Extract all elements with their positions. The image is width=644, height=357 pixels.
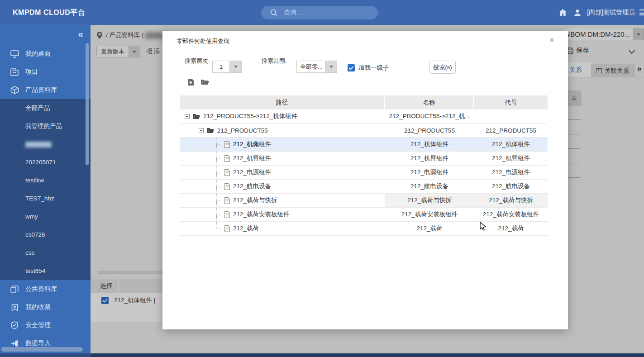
sidebar-sub-item[interactable]: cs0726 (0, 226, 91, 244)
code-cell: 212_电源组件 (474, 166, 548, 179)
mouse-cursor (480, 222, 487, 231)
home-icon[interactable] (558, 9, 567, 16)
user-icon[interactable] (573, 9, 582, 17)
path-text: 212_载荷安装板组件 (233, 210, 290, 219)
sidebar-vertical-scrollbar[interactable] (86, 43, 89, 165)
name-cell: 212_载荷 (385, 222, 474, 235)
path-text: 212_电源组件 (233, 168, 271, 176)
app-logo: KMPDM CLOUD平台 (13, 0, 85, 25)
sidebar-sub-item[interactable]: test654 (0, 262, 91, 280)
sidebar-horizontal-scrollbar[interactable] (1, 347, 83, 352)
sidebar-item-projects[interactable]: 项目 (0, 63, 91, 81)
table-row[interactable]: 212_载荷安装板组件 212_载荷安装板组件 212_载荷安装板组件 (180, 208, 548, 222)
folder-icon (207, 128, 214, 133)
name-cell: 212_机臂组件 (385, 152, 474, 165)
document-icon (224, 141, 230, 148)
select-arrow-icon[interactable] (230, 61, 242, 73)
path-text: 212_机壳 (233, 140, 259, 148)
sidebar-sub-item[interactable]: 全部产品 (0, 99, 91, 117)
sidebar-item-security[interactable]: 安全管理 (0, 316, 91, 334)
search-button[interactable]: 搜索(s) (429, 61, 456, 74)
sidebar-sub-item[interactable]: wmy (0, 208, 91, 226)
code-cell: 212_航电设备 (474, 180, 548, 193)
table-row[interactable]: 212_电源组件 212_电源组件 212_电源组件 (180, 166, 548, 180)
code-cell: 212_载荷与快拆 (474, 194, 548, 207)
name-cell: 212_电源组件 (385, 166, 474, 179)
sidebar-item-product-library[interactable]: 产品资料库 (0, 81, 91, 99)
code-cell: 212_机臂组件 (474, 152, 548, 165)
document-icon (224, 211, 230, 218)
app-header: KMPDM CLOUD平台 查询 ... [内部]测试管理员 (0, 0, 644, 25)
search-scope-value: 全部零... (296, 61, 325, 73)
table-body: 212_PRODUCT55->212_机体组件 212_PRODUCT55->2… (180, 109, 548, 236)
path-text: 212_PRODUCT55->212_机体组件 (203, 112, 297, 120)
search-level-value: 1 (212, 61, 230, 73)
table-row[interactable]: 212_载荷与快拆 212_载荷与快拆 212_载荷与快拆 (180, 194, 548, 208)
import-icon (10, 340, 19, 347)
path-text: 212_航电设备 (233, 182, 271, 190)
open-folder-icon[interactable] (200, 78, 209, 85)
code-cell: 212_载荷安装板组件 (474, 208, 548, 221)
search-scope-label: 搜索范围: (262, 57, 288, 65)
sidebar-collapse-button[interactable]: « (78, 29, 83, 39)
path-text: 212_机臂组件 (233, 154, 271, 162)
document-icon (224, 225, 230, 232)
close-icon[interactable]: × (549, 35, 554, 44)
load-children-label: 加载一级子 (358, 64, 389, 72)
global-search-input[interactable]: 查询 ... (261, 6, 378, 19)
sidebar-sub-item[interactable]: 我管理的产品 (0, 117, 91, 135)
product-cube-icon (10, 86, 19, 94)
sidebar-sub-item[interactable]: testlkw (0, 171, 91, 190)
search-level-select[interactable]: 1 (212, 61, 242, 73)
sidebar-item-public-library[interactable]: 公共资料库 (0, 280, 91, 298)
shield-icon (10, 321, 19, 329)
load-children-checkbox[interactable] (348, 64, 355, 71)
code-cell: 212_机体组件 (474, 138, 548, 151)
name-cell: 212_航电设备 (385, 180, 474, 193)
sidebar-item-favorites[interactable]: 我的收藏 (0, 298, 91, 316)
sidebar: « 我的桌面 项目 产品资料库 全部产品 我管理的产品 202205071 te… (0, 25, 91, 353)
column-header-name[interactable]: 名称 (385, 95, 474, 109)
table-header: 路径 名称 代号 (180, 95, 548, 109)
path-text: 212_载荷与快拆 (233, 196, 277, 205)
sidebar-sub-item[interactable]: TEST_hhz (0, 190, 91, 208)
desktop-icon (10, 50, 19, 58)
search-level-label: 搜索层次: (185, 57, 211, 65)
search-icon (270, 9, 278, 17)
column-header-code[interactable]: 代号 (474, 95, 548, 109)
document-icon (224, 169, 230, 176)
sidebar-sub-item[interactable]: 202205071 (0, 153, 91, 171)
table-row[interactable]: 212_PRODUCT55 212_PRODUCT55 212_PRODUCT5… (180, 124, 548, 138)
name-cell: 212_机体组件 (385, 138, 474, 151)
add-document-icon[interactable] (187, 78, 194, 86)
table-row[interactable]: 212_航电设备 212_航电设备 212_航电设备 (180, 180, 548, 194)
search-placeholder: 查询 ... (284, 9, 303, 17)
select-arrow-icon[interactable] (325, 61, 337, 73)
table-row[interactable]: 212_PRODUCT55->212_机体组件 212_PRODUCT55->2… (180, 109, 548, 124)
code-cell: 212_PRODUCT55 (474, 124, 548, 137)
name-cell: 212_PRODUCT55 (385, 124, 474, 137)
collapse-node-icon[interactable] (199, 128, 204, 133)
menu-icon[interactable] (639, 10, 644, 15)
project-icon (10, 68, 19, 76)
table-row[interactable]: 212_机臂组件 212_机臂组件 212_机臂组件 (180, 152, 548, 166)
sidebar-item-desktop[interactable]: 我的桌面 (0, 45, 91, 63)
sidebar-sub-item[interactable]: css (0, 244, 91, 262)
code-cell (474, 109, 548, 123)
name-cell: 212_载荷与快拆 (385, 194, 474, 207)
sidebar-submenu: 全部产品 我管理的产品 202205071 testlkw TEST_hhz w… (0, 99, 91, 280)
column-header-path[interactable]: 路径 (180, 95, 385, 109)
collapse-node-icon[interactable] (185, 114, 190, 119)
document-icon (224, 155, 230, 162)
sidebar-sub-item[interactable] (0, 135, 91, 153)
where-used-table: 路径 名称 代号 212_PRODUCT55->212_机体组件 212_PRO… (180, 95, 548, 236)
dialog-title: 零部件何处使用查询 (177, 37, 229, 45)
path-text: 212_PRODUCT55 (217, 127, 268, 134)
folder-icon (193, 114, 200, 119)
where-used-dialog: 零部件何处使用查询 × 搜索层次: 1 搜索范围: 全部零... 加载一级子 搜… (162, 31, 568, 329)
document-icon (224, 183, 230, 190)
current-user[interactable]: [内部]测试管理员 (587, 9, 635, 17)
search-scope-select[interactable]: 全部零... (296, 61, 337, 73)
copy-icon (10, 286, 19, 293)
table-row[interactable]: 212_载荷 212_载荷 212_载荷 (180, 222, 548, 236)
